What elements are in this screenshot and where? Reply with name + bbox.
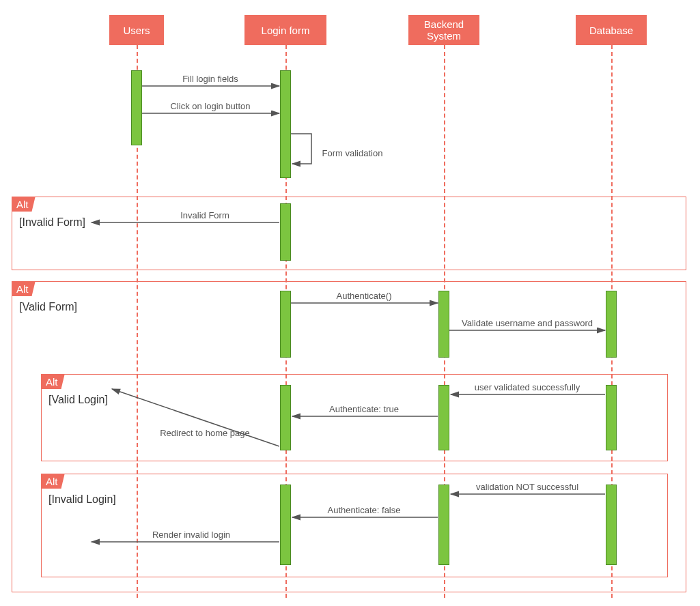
alt-tab-validlogin: Alt [42, 375, 65, 389]
participant-database: Database [576, 15, 647, 45]
activation-loginform-3 [280, 291, 291, 358]
msg-render-invalid: Render invalid login [152, 530, 230, 540]
guard-valid-form: [Valid Form] [19, 301, 77, 313]
msg-auth-true: Authenticate: true [329, 404, 399, 414]
participant-login-form: Login form [244, 15, 326, 45]
msg-auth-false: Authenticate: false [328, 505, 401, 515]
msg-authenticate: Authenticate() [337, 291, 392, 301]
alt-tab-invalidform: Alt [12, 197, 36, 212]
guard-invalid-login: [Invalid Login] [48, 493, 116, 506]
msg-redirect-home: Redirect to home page [160, 428, 250, 438]
activation-users-1 [131, 70, 142, 145]
activation-backend-1 [438, 291, 449, 358]
participant-backend: Backend System [408, 15, 479, 45]
msg-form-validation: Form validation [322, 148, 383, 158]
activation-backend-2 [438, 385, 449, 450]
msg-validate-userpass: Validate username and password [462, 318, 593, 328]
alt-tab-validform: Alt [12, 282, 36, 296]
alt-tab-invalidlogin: Alt [42, 474, 65, 489]
activation-database-3 [606, 485, 617, 565]
activation-backend-3 [438, 485, 449, 565]
participant-users: Users [109, 15, 164, 45]
activation-loginform-5 [280, 485, 291, 565]
activation-loginform-2 [280, 203, 291, 261]
activation-database-1 [606, 291, 617, 358]
msg-click-login: Click on login button [170, 101, 250, 111]
alt-invalid-form: Alt [Invalid Form] [12, 197, 686, 270]
guard-valid-login: [Valid Login] [48, 394, 108, 406]
msg-user-validated: user validated successfully [475, 382, 580, 392]
activation-database-2 [606, 385, 617, 450]
guard-invalid-form: [Invalid Form] [19, 216, 85, 229]
msg-invalid-form: Invalid Form [180, 210, 229, 220]
activation-loginform-1 [280, 70, 291, 178]
msg-validation-not: validation NOT successful [476, 482, 578, 492]
activation-loginform-4 [280, 385, 291, 450]
msg-fill-login: Fill login fields [182, 74, 238, 84]
